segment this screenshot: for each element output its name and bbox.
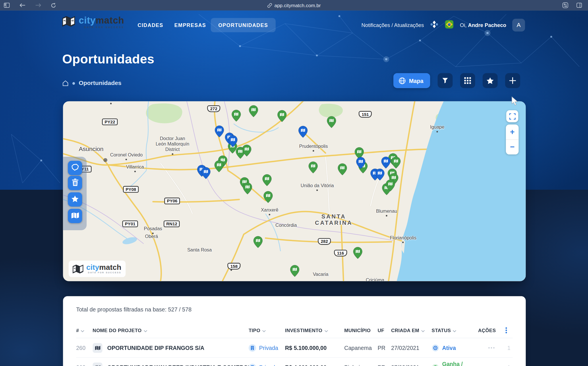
brand-match: match: [99, 264, 121, 271]
zoom-in-button[interactable]: +: [506, 125, 519, 140]
sort-chevron-icon[interactable]: [144, 328, 147, 333]
project-name-cell[interactable]: OPORTUNIDADE WAY BEER INDUSTRIA E COMERC…: [93, 362, 249, 366]
table-columns-menu[interactable]: [506, 328, 512, 333]
map-icon: [71, 212, 79, 220]
sort-chevron-icon[interactable]: [421, 328, 425, 333]
nav-item-cidades[interactable]: CIDADES: [130, 18, 171, 32]
browser-window: app.citymatch.com.br: [0, 0, 588, 366]
status-dot-icon: [432, 344, 439, 351]
zoom-control: + −: [506, 125, 519, 154]
map-capital-marker: [103, 158, 107, 162]
fullscreen-button[interactable]: [506, 110, 518, 122]
opportunity-pin[interactable]: [214, 125, 224, 138]
table-row[interactable]: 262OPORTUNIDADE WAY BEER INDUSTRIA E COM…: [76, 357, 512, 366]
page-toolbar: Mapa: [393, 73, 520, 88]
map-canvas[interactable]: San Pedro deYcuamandiyúAsuncionCoronel O…: [63, 101, 526, 281]
opportunity-pin[interactable]: [356, 157, 366, 169]
map-city-dot: [269, 214, 270, 215]
opportunity-pin[interactable]: [242, 144, 252, 157]
address-bar[interactable]: app.citymatch.com.br: [267, 0, 321, 11]
opportunity-pin[interactable]: [262, 174, 272, 186]
map-view-button[interactable]: Mapa: [393, 73, 430, 88]
opportunity-pin[interactable]: [391, 156, 401, 169]
opportunity-pin[interactable]: [249, 105, 258, 117]
opportunity-pin[interactable]: [381, 156, 391, 169]
status-dot-icon: [432, 363, 439, 366]
opportunity-pin[interactable]: [327, 116, 336, 128]
list-view-button[interactable]: [460, 73, 475, 88]
zoom-out-button[interactable]: −: [506, 140, 519, 155]
avatar[interactable]: A: [512, 19, 525, 31]
favorites-button[interactable]: [483, 73, 498, 88]
opportunity-pin[interactable]: [353, 247, 363, 259]
created-date-cell: 27/02/2021: [391, 344, 432, 351]
app-logo[interactable]: citymatch DATA FOR SUCCESS: [62, 16, 124, 29]
language-flag-brazil[interactable]: [445, 20, 454, 30]
user-greeting[interactable]: Oi, Andre Pacheco: [460, 22, 506, 28]
notifications-link[interactable]: Notificações / Atualizações: [361, 22, 424, 28]
kebab-icon[interactable]: [506, 328, 507, 333]
opportunity-pin[interactable]: [214, 160, 224, 173]
delete-selection-button[interactable]: [68, 176, 82, 190]
star-icon: [71, 195, 79, 204]
map-city-dot: [436, 131, 438, 133]
row-actions-button[interactable]: •••: [478, 365, 505, 366]
opportunity-pin[interactable]: [298, 126, 308, 138]
opportunity-pin[interactable]: [338, 163, 347, 175]
row-handle: 1: [506, 364, 512, 366]
home-icon[interactable]: [62, 80, 69, 86]
column-header-STATUS[interactable]: STATUS: [432, 328, 478, 333]
draw-polygon-button[interactable]: [68, 161, 82, 175]
favorites-filter-button[interactable]: [68, 192, 82, 207]
opportunity-pin[interactable]: [253, 236, 263, 248]
project-name-cell[interactable]: OPORTUNIDADE DIP FRANGOS S/A: [93, 343, 249, 353]
status-label: Ativa: [442, 344, 456, 351]
investment-cell: R$ 5.100.000,00: [285, 344, 344, 351]
opportunity-pin[interactable]: [277, 110, 287, 122]
row-actions-button[interactable]: •••: [478, 345, 505, 351]
column-header-AÇÕES: AÇÕES: [478, 328, 505, 333]
map-layers-button[interactable]: [68, 209, 82, 223]
investment-cell: R$ 4.000.000,00: [285, 364, 344, 366]
opportunity-pin[interactable]: [386, 179, 395, 191]
sort-chevron-icon[interactable]: [262, 328, 266, 333]
column-header-#[interactable]: #: [76, 328, 92, 333]
table-row[interactable]: 260OPORTUNIDADE DIP FRANGOS S/APrivadaR$…: [76, 338, 512, 357]
sidebar-toggle-icon[interactable]: [3, 0, 10, 11]
column-header-INVESTIMENTO[interactable]: INVESTIMENTO: [285, 328, 344, 333]
breadcrumb-current[interactable]: Oportunidades: [79, 80, 121, 87]
opportunity-pin[interactable]: [263, 191, 273, 203]
plus-icon: [509, 77, 516, 84]
opportunity-pin[interactable]: [231, 109, 241, 122]
sidebar-right-icon[interactable]: [575, 0, 583, 11]
uf-cell: PR: [378, 364, 391, 366]
sort-chevron-icon[interactable]: [324, 328, 328, 333]
column-header-TIPO[interactable]: TIPO: [249, 328, 285, 333]
opportunity-pin[interactable]: [290, 265, 300, 277]
opportunity-pin[interactable]: [375, 168, 385, 181]
sort-chevron-icon[interactable]: [81, 328, 84, 333]
status-cell: Ganha /Concretizada: [432, 361, 478, 366]
column-header-NOME DO PROJETO[interactable]: NOME DO PROJETO: [93, 328, 249, 333]
municipio-cell: Capanema: [344, 344, 378, 351]
map-city-dot: [386, 215, 387, 216]
map-city-label: Santa Rosa: [187, 247, 212, 253]
opportunity-pin[interactable]: [201, 167, 211, 179]
nav-item-oportunidades[interactable]: OPORTUNIDADES: [211, 18, 276, 32]
opportunity-pin[interactable]: [228, 135, 238, 147]
nav-item-empresas[interactable]: EMPRESAS: [167, 18, 214, 32]
reload-icon[interactable]: [49, 0, 57, 11]
star-icon: [486, 77, 494, 84]
opportunity-pin[interactable]: [243, 182, 252, 195]
updates-icon[interactable]: [430, 20, 439, 30]
project-map-icon: [93, 343, 102, 353]
filter-button[interactable]: [438, 73, 452, 88]
back-icon[interactable]: [19, 0, 26, 11]
sort-chevron-icon[interactable]: [453, 328, 457, 333]
opportunity-pin[interactable]: [308, 161, 318, 174]
add-opportunity-button[interactable]: [505, 73, 520, 88]
screen: app.citymatch.com.br: [0, 0, 588, 366]
extensions-icon[interactable]: [561, 0, 569, 11]
column-header-CRIADA EM[interactable]: CRIADA EM: [391, 328, 432, 333]
map-city-label: Villarrica: [126, 164, 144, 172]
